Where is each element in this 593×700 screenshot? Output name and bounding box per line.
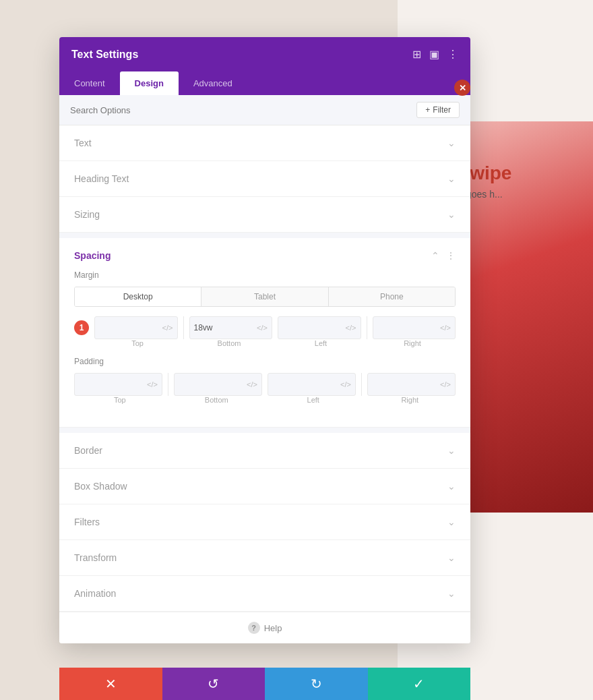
- search-bar: + Filter: [59, 95, 470, 125]
- section-label-filters: Filters: [74, 517, 100, 527]
- margin-left-input[interactable]: [282, 323, 346, 332]
- margin-bottom-group: </>: [189, 316, 273, 339]
- search-input[interactable]: [70, 105, 205, 115]
- device-tab-phone[interactable]: Phone: [329, 287, 455, 306]
- input-divider: [183, 316, 184, 339]
- margin-right-label: Right: [369, 339, 456, 347]
- action-bar: ✕ ↺ ↻ ✓: [59, 668, 470, 700]
- undo-button[interactable]: ↺: [162, 668, 266, 700]
- section-label-animation: Animation: [74, 588, 116, 599]
- section-row-filters[interactable]: Filters ⌄: [59, 504, 470, 540]
- responsive-icon[interactable]: ⊞: [412, 48, 421, 61]
- filter-label: Filter: [433, 105, 451, 115]
- section-label-transform: Transform: [74, 552, 117, 563]
- spacing-header-icons: ⌃ ⋮: [431, 250, 456, 261]
- help-label: Help: [264, 623, 282, 633]
- code-icon: </>: [346, 324, 356, 332]
- margin-top-label: Top: [94, 339, 181, 347]
- padding-label: Padding: [74, 357, 456, 366]
- padding-top-group: </>: [74, 373, 162, 396]
- padding-left-group: </>: [268, 373, 356, 396]
- code-icon: </>: [440, 324, 451, 332]
- margin-right-input[interactable]: [377, 323, 441, 332]
- input-divider: [367, 316, 367, 339]
- code-icon: </>: [257, 324, 268, 332]
- margin-bottom-input[interactable]: [194, 323, 257, 332]
- section-row-transform[interactable]: Transform ⌄: [59, 540, 470, 576]
- section-row-heading-text[interactable]: Heading Text ⌄: [59, 161, 470, 197]
- margin-right-group: </>: [373, 316, 456, 339]
- code-icon: </>: [247, 380, 257, 388]
- header-icons: ⊞ ▣ ⋮: [412, 48, 458, 61]
- section-row-box-shadow[interactable]: Box Shadow ⌄: [59, 469, 470, 504]
- section-label-heading-text: Heading Text: [74, 173, 129, 184]
- input-divider: [361, 373, 362, 396]
- section-label-sizing: Sizing: [74, 209, 100, 220]
- margin-top-group: </>: [94, 316, 178, 339]
- chevron-down-icon: ⌄: [447, 588, 456, 599]
- more-icon[interactable]: ⋮: [447, 48, 458, 61]
- margin-left-label: Left: [278, 339, 364, 347]
- settings-panel: Text Settings ⊞ ▣ ⋮ Content Design Advan…: [59, 37, 470, 643]
- help-icon: ?: [248, 622, 260, 634]
- chevron-up-icon[interactable]: ⌃: [431, 250, 439, 261]
- spacing-title: Spacing: [74, 250, 111, 261]
- chevron-down-icon: ⌄: [447, 138, 456, 148]
- filter-button[interactable]: + Filter: [416, 102, 460, 118]
- device-tabs: Desktop Tablet Phone: [74, 287, 456, 307]
- spacing-section: Spacing ⌃ ⋮ Margin Desktop Tablet: [59, 238, 470, 428]
- chevron-down-icon: ⌄: [447, 517, 456, 527]
- padding-right-group: </>: [367, 373, 456, 396]
- code-icon: </>: [162, 324, 173, 332]
- chevron-down-icon: ⌄: [447, 209, 456, 220]
- chevron-down-icon: ⌄: [447, 173, 456, 184]
- section-row-border[interactable]: Border ⌄: [59, 433, 470, 469]
- panel-footer: ? Help: [59, 612, 470, 643]
- close-preview-button[interactable]: ✕: [454, 80, 470, 96]
- section-label-border: Border: [74, 445, 102, 456]
- padding-top-input[interactable]: [79, 380, 147, 389]
- section-row-animation[interactable]: Animation ⌄: [59, 576, 470, 612]
- padding-top-label: Top: [74, 396, 166, 404]
- code-icon: </>: [440, 380, 451, 388]
- padding-bottom-input[interactable]: [179, 380, 247, 389]
- layout-icon[interactable]: ▣: [429, 48, 439, 61]
- cancel-button[interactable]: ✕: [59, 668, 162, 700]
- device-tab-tablet[interactable]: Tablet: [201, 287, 328, 306]
- margin-badge: 1: [74, 320, 89, 335]
- section-spacer-2: [59, 428, 470, 433]
- padding-left-inputs: </> </>: [74, 373, 262, 396]
- help-link[interactable]: ? Help: [59, 622, 470, 634]
- margin-labels: Top Bottom Left Right: [74, 339, 456, 347]
- padding-left-input[interactable]: [272, 380, 340, 389]
- save-button[interactable]: ✓: [368, 668, 471, 700]
- tab-advanced[interactable]: Advanced: [179, 71, 247, 95]
- section-row-sizing[interactable]: Sizing ⌄: [59, 197, 470, 233]
- panel-body: Text ⌄ Heading Text ⌄ Sizing ⌄ Spacing ⌃…: [59, 125, 470, 643]
- padding-left-label: Left: [268, 396, 359, 404]
- redo-button[interactable]: ↻: [265, 668, 368, 700]
- padding-inputs-row: </> </> </>: [74, 373, 456, 396]
- device-tab-desktop[interactable]: Desktop: [75, 287, 201, 306]
- padding-right-input[interactable]: [372, 380, 440, 389]
- section-spacer: [59, 233, 470, 238]
- margin-left-group: </>: [278, 316, 361, 339]
- filter-plus-icon: +: [425, 105, 430, 115]
- more-options-icon[interactable]: ⋮: [446, 250, 456, 261]
- margin-right-inputs: </> </>: [278, 316, 456, 339]
- padding-labels: Top Bottom Left Right: [74, 396, 456, 404]
- padding-bottom-label: Bottom: [171, 396, 263, 404]
- margin-left-inputs: </> </>: [94, 316, 272, 339]
- section-label-text: Text: [74, 138, 92, 148]
- spacing-header[interactable]: Spacing ⌃ ⋮: [59, 238, 470, 270]
- code-icon: </>: [340, 380, 351, 388]
- tabs-bar: Content Design Advanced: [59, 71, 470, 95]
- tab-content[interactable]: Content: [59, 71, 120, 95]
- code-icon: </>: [147, 380, 158, 388]
- tab-design[interactable]: Design: [120, 71, 179, 95]
- margin-inputs-row: 1 </> </>: [74, 316, 456, 339]
- margin-top-input[interactable]: [99, 323, 162, 332]
- panel-header: Text Settings ⊞ ▣ ⋮: [59, 37, 470, 71]
- section-row-text[interactable]: Text ⌄: [59, 125, 470, 161]
- section-label-box-shadow: Box Shadow: [74, 481, 127, 492]
